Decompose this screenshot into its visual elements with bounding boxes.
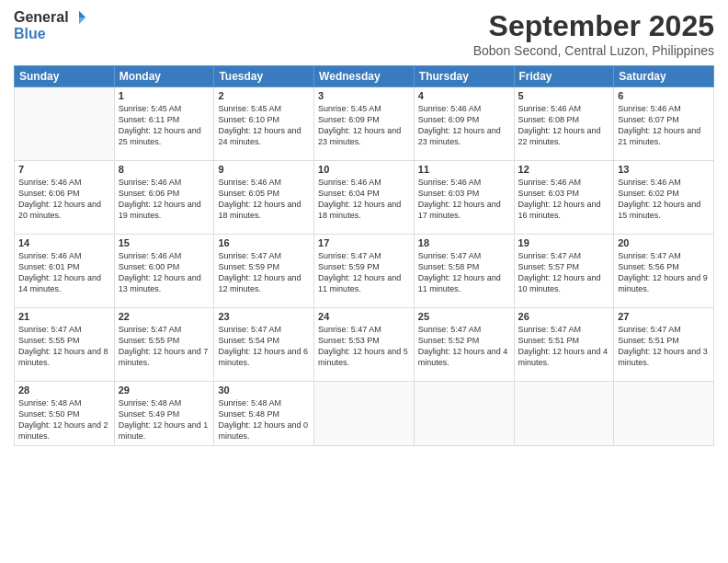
table-row: 12Sunrise: 5:46 AM Sunset: 6:03 PM Dayli… xyxy=(514,161,614,235)
svg-marker-0 xyxy=(79,11,85,17)
logo: General Blue xyxy=(14,9,87,42)
day-number: 24 xyxy=(318,311,410,322)
cell-sun-info: Sunrise: 5:46 AM Sunset: 6:01 PM Dayligh… xyxy=(18,250,110,295)
day-number: 27 xyxy=(618,311,710,322)
day-number: 10 xyxy=(318,164,410,175)
table-row: 4Sunrise: 5:46 AM Sunset: 6:09 PM Daylig… xyxy=(414,87,514,161)
svg-marker-1 xyxy=(79,17,85,24)
day-number: 2 xyxy=(218,90,310,101)
table-row: 2Sunrise: 5:45 AM Sunset: 6:10 PM Daylig… xyxy=(214,87,314,161)
day-number: 22 xyxy=(119,311,210,322)
header-thursday: Thursday xyxy=(414,66,514,87)
cell-sun-info: Sunrise: 5:46 AM Sunset: 6:04 PM Dayligh… xyxy=(318,177,410,222)
cell-sun-info: Sunrise: 5:47 AM Sunset: 5:51 PM Dayligh… xyxy=(618,324,710,369)
month-title: September 2025 xyxy=(473,9,714,43)
day-number: 23 xyxy=(218,311,310,322)
day-number: 15 xyxy=(119,237,210,248)
day-number: 16 xyxy=(218,237,310,248)
table-row: 29Sunrise: 5:48 AM Sunset: 5:49 PM Dayli… xyxy=(114,382,214,446)
cell-sun-info: Sunrise: 5:47 AM Sunset: 5:56 PM Dayligh… xyxy=(618,250,710,295)
table-row: 28Sunrise: 5:48 AM Sunset: 5:50 PM Dayli… xyxy=(15,382,115,446)
day-number: 7 xyxy=(18,164,110,175)
day-number: 28 xyxy=(18,385,110,396)
table-row xyxy=(614,382,714,446)
cell-sun-info: Sunrise: 5:46 AM Sunset: 6:00 PM Dayligh… xyxy=(119,250,210,295)
table-row: 16Sunrise: 5:47 AM Sunset: 5:59 PM Dayli… xyxy=(214,235,314,308)
day-number: 25 xyxy=(418,311,510,322)
table-row: 10Sunrise: 5:46 AM Sunset: 6:04 PM Dayli… xyxy=(314,161,415,235)
calendar-table: Sunday Monday Tuesday Wednesday Thursday… xyxy=(14,65,714,446)
day-number: 20 xyxy=(618,237,710,248)
table-row: 1Sunrise: 5:45 AM Sunset: 6:11 PM Daylig… xyxy=(114,87,214,161)
day-number: 8 xyxy=(119,164,210,175)
cell-sun-info: Sunrise: 5:47 AM Sunset: 5:58 PM Dayligh… xyxy=(418,250,510,295)
cell-sun-info: Sunrise: 5:46 AM Sunset: 6:06 PM Dayligh… xyxy=(119,177,210,222)
day-number: 11 xyxy=(418,164,510,175)
day-number: 29 xyxy=(119,385,210,396)
logo-blue-text: Blue xyxy=(14,26,46,42)
cell-sun-info: Sunrise: 5:47 AM Sunset: 5:59 PM Dayligh… xyxy=(318,250,410,295)
cell-sun-info: Sunrise: 5:48 AM Sunset: 5:49 PM Dayligh… xyxy=(119,397,210,442)
header-friday: Friday xyxy=(514,66,614,87)
cell-sun-info: Sunrise: 5:47 AM Sunset: 5:51 PM Dayligh… xyxy=(518,324,610,369)
cell-sun-info: Sunrise: 5:45 AM Sunset: 6:09 PM Dayligh… xyxy=(318,103,410,148)
table-row xyxy=(314,382,415,446)
cell-sun-info: Sunrise: 5:46 AM Sunset: 6:03 PM Dayligh… xyxy=(418,177,510,222)
day-number: 21 xyxy=(18,311,110,322)
table-row: 20Sunrise: 5:47 AM Sunset: 5:56 PM Dayli… xyxy=(614,235,714,308)
cell-sun-info: Sunrise: 5:47 AM Sunset: 5:59 PM Dayligh… xyxy=(218,250,310,295)
table-row: 14Sunrise: 5:46 AM Sunset: 6:01 PM Dayli… xyxy=(15,235,115,308)
cell-sun-info: Sunrise: 5:48 AM Sunset: 5:50 PM Dayligh… xyxy=(18,397,110,442)
day-number: 12 xyxy=(518,164,610,175)
header-tuesday: Tuesday xyxy=(214,66,314,87)
table-row: 18Sunrise: 5:47 AM Sunset: 5:58 PM Dayli… xyxy=(414,235,514,308)
cell-sun-info: Sunrise: 5:47 AM Sunset: 5:55 PM Dayligh… xyxy=(18,324,110,369)
day-number: 13 xyxy=(618,164,710,175)
table-row xyxy=(514,382,614,446)
table-row: 27Sunrise: 5:47 AM Sunset: 5:51 PM Dayli… xyxy=(614,308,714,382)
cell-sun-info: Sunrise: 5:46 AM Sunset: 6:09 PM Dayligh… xyxy=(418,103,510,148)
day-number: 30 xyxy=(218,385,310,396)
calendar-header-row: Sunday Monday Tuesday Wednesday Thursday… xyxy=(15,66,714,87)
cell-sun-info: Sunrise: 5:47 AM Sunset: 5:57 PM Dayligh… xyxy=(518,250,610,295)
cell-sun-info: Sunrise: 5:46 AM Sunset: 6:06 PM Dayligh… xyxy=(18,177,110,222)
table-row: 26Sunrise: 5:47 AM Sunset: 5:51 PM Dayli… xyxy=(514,308,614,382)
page: General Blue September 2025 Bobon Second… xyxy=(0,0,728,563)
cell-sun-info: Sunrise: 5:47 AM Sunset: 5:54 PM Dayligh… xyxy=(218,324,310,369)
logo-general-text: General xyxy=(14,9,69,26)
day-number: 4 xyxy=(418,90,510,101)
table-row xyxy=(15,87,115,161)
table-row: 7Sunrise: 5:46 AM Sunset: 6:06 PM Daylig… xyxy=(15,161,115,235)
table-row: 25Sunrise: 5:47 AM Sunset: 5:52 PM Dayli… xyxy=(414,308,514,382)
header: General Blue September 2025 Bobon Second… xyxy=(14,9,714,58)
cell-sun-info: Sunrise: 5:47 AM Sunset: 5:52 PM Dayligh… xyxy=(418,324,510,369)
cell-sun-info: Sunrise: 5:48 AM Sunset: 5:48 PM Dayligh… xyxy=(218,397,310,442)
day-number: 17 xyxy=(318,237,410,248)
cell-sun-info: Sunrise: 5:46 AM Sunset: 6:07 PM Dayligh… xyxy=(618,103,710,148)
table-row: 11Sunrise: 5:46 AM Sunset: 6:03 PM Dayli… xyxy=(414,161,514,235)
cell-sun-info: Sunrise: 5:45 AM Sunset: 6:11 PM Dayligh… xyxy=(119,103,210,148)
day-number: 19 xyxy=(518,237,610,248)
header-wednesday: Wednesday xyxy=(314,66,415,87)
cell-sun-info: Sunrise: 5:45 AM Sunset: 6:10 PM Dayligh… xyxy=(218,103,310,148)
cell-sun-info: Sunrise: 5:46 AM Sunset: 6:08 PM Dayligh… xyxy=(518,103,610,148)
cell-sun-info: Sunrise: 5:46 AM Sunset: 6:03 PM Dayligh… xyxy=(518,177,610,222)
day-number: 6 xyxy=(618,90,710,101)
header-monday: Monday xyxy=(114,66,214,87)
table-row: 23Sunrise: 5:47 AM Sunset: 5:54 PM Dayli… xyxy=(214,308,314,382)
table-row: 5Sunrise: 5:46 AM Sunset: 6:08 PM Daylig… xyxy=(514,87,614,161)
table-row: 15Sunrise: 5:46 AM Sunset: 6:00 PM Dayli… xyxy=(114,235,214,308)
title-section: September 2025 Bobon Second, Central Luz… xyxy=(473,9,714,58)
table-row: 17Sunrise: 5:47 AM Sunset: 5:59 PM Dayli… xyxy=(314,235,415,308)
header-saturday: Saturday xyxy=(614,66,714,87)
table-row: 19Sunrise: 5:47 AM Sunset: 5:57 PM Dayli… xyxy=(514,235,614,308)
location-title: Bobon Second, Central Luzon, Philippines xyxy=(473,43,714,58)
cell-sun-info: Sunrise: 5:46 AM Sunset: 6:02 PM Dayligh… xyxy=(618,177,710,222)
table-row: 30Sunrise: 5:48 AM Sunset: 5:48 PM Dayli… xyxy=(214,382,314,446)
day-number: 26 xyxy=(518,311,610,322)
cell-sun-info: Sunrise: 5:47 AM Sunset: 5:53 PM Dayligh… xyxy=(318,324,410,369)
table-row: 22Sunrise: 5:47 AM Sunset: 5:55 PM Dayli… xyxy=(114,308,214,382)
table-row: 3Sunrise: 5:45 AM Sunset: 6:09 PM Daylig… xyxy=(314,87,415,161)
day-number: 14 xyxy=(18,237,110,248)
day-number: 18 xyxy=(418,237,510,248)
